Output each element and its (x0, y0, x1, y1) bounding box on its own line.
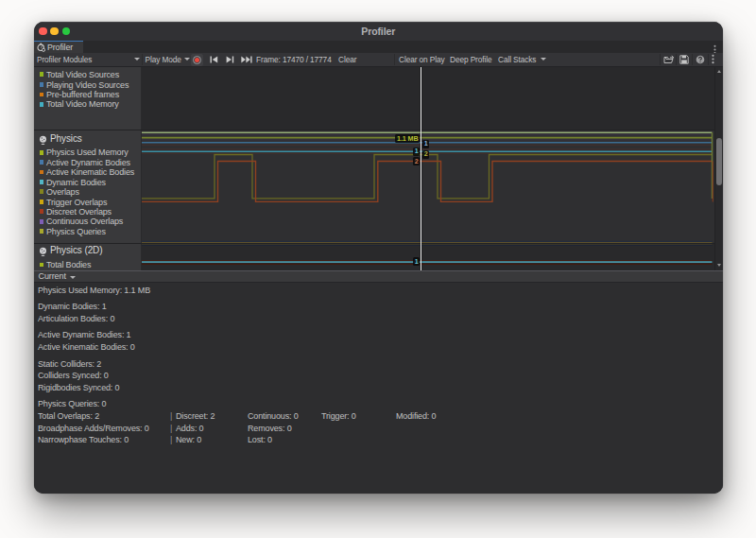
playhead[interactable] (421, 67, 422, 270)
physics-icon (39, 135, 47, 146)
profiler-modules-dropdown[interactable]: Profiler Modules (37, 53, 92, 66)
legend-item-dynamic-bodies[interactable]: Dynamic Bodies (34, 177, 142, 186)
stats-value: Articulation Bodies: 0 (38, 314, 114, 323)
skip-back-icon (210, 56, 218, 63)
legend-swatch (40, 82, 44, 87)
legend-swatch (40, 150, 44, 155)
call-stacks-label: Call Stacks (498, 55, 536, 64)
scrollbar-thumb[interactable] (716, 138, 722, 186)
legend-item-discreet-overlaps[interactable]: Discreet Overlaps (34, 207, 142, 217)
play-mode-label: Play Mode (146, 55, 181, 64)
toolbar: Profiler Modules Play Mode Frame: 17470 … (34, 53, 723, 67)
deep-profile-toggle[interactable]: Deep Profile (450, 53, 491, 66)
toolbar-kebab-icon[interactable] (712, 53, 714, 66)
stats-value: Active Dynamic Bodies: 1 (38, 330, 130, 339)
clear-button[interactable]: Clear (338, 53, 356, 66)
record-icon (193, 56, 201, 64)
legend-item-total-video-memory[interactable]: Total Video Memory (34, 99, 142, 109)
stats-column-separator: | (170, 411, 172, 421)
legend-label: Physics Queries (46, 227, 106, 236)
legend-item-pre-buffered-frames[interactable]: Pre-buffered frames (34, 90, 142, 99)
module-header-label: Physics (2D) (50, 245, 102, 255)
legend-label: Discreet Overlaps (46, 207, 112, 217)
legend-label: Active Dynamic Bodies (46, 158, 130, 167)
module-separator (34, 243, 723, 244)
legend-item-physics-used-memory[interactable]: Physics Used Memory (34, 148, 142, 157)
record-button[interactable] (191, 54, 204, 66)
clear-on-play-toggle[interactable]: Clear on Play (399, 53, 445, 66)
legend-label: Total Video Memory (46, 99, 119, 109)
current-arrow-icon (70, 276, 76, 279)
legend-item-overlaps[interactable]: Overlaps (34, 187, 142, 197)
legend-label: Trigger Overlaps (46, 198, 107, 207)
toolbar-separator (708, 54, 709, 65)
profiler-modules-label: Profiler Modules (37, 55, 92, 64)
save-profile-button[interactable] (679, 53, 689, 66)
profiler-modules-arrow-icon (134, 58, 140, 61)
legend-swatch (40, 72, 44, 77)
play-mode-dropdown[interactable]: Play Mode (146, 53, 191, 66)
stats-value: Rigidbodies Synced: 0 (38, 383, 119, 392)
profiler-window: Profiler Profiler Profiler Modules Play (34, 22, 723, 494)
stats-value: Physics Used Memory: 1.1 MB (38, 286, 150, 295)
profiler-charts[interactable] (142, 67, 715, 270)
legend-item-physics-queries[interactable]: Physics Queries (34, 227, 142, 236)
legend-swatch (40, 180, 44, 184)
stats-value: Active Kinematic Bodies: 0 (38, 342, 135, 352)
legend-swatch (40, 209, 44, 214)
legend-item-active-kinematic-bodies[interactable]: Active Kinematic Bodies (34, 167, 142, 177)
chart-value-label: 2 (413, 157, 420, 165)
legend-item-total-video-sources[interactable]: Total Video Sources (34, 69, 142, 78)
stats-value: Narrowphase Touches: 0 (38, 435, 129, 444)
stats-value: Adds: 0 (176, 424, 203, 433)
call-stacks-dropdown[interactable]: Call Stacks (498, 53, 546, 66)
toolbar-separator (142, 54, 143, 65)
last-frame-button[interactable] (241, 53, 252, 66)
help-button[interactable] (696, 53, 705, 66)
module-separator (34, 130, 723, 130)
physics-icon (39, 247, 47, 257)
scroll-down-icon[interactable] (717, 264, 721, 267)
kebab-dots-icon (712, 54, 714, 64)
stats-value: Continuous: 0 (248, 411, 299, 421)
legend-item-playing-video-sources[interactable]: Playing Video Sources (34, 80, 142, 90)
legend-swatch (40, 263, 44, 268)
legend-item-active-dynamic-bodies[interactable]: Active Dynamic Bodies (34, 157, 142, 166)
legend-swatch (40, 229, 44, 234)
toolbar-separator (676, 54, 677, 65)
legend-item-trigger-overlaps[interactable]: Trigger Overlaps (34, 197, 142, 206)
help-icon (696, 55, 705, 64)
module-header-label: Physics (50, 133, 82, 144)
legend-item-total-bodies[interactable]: Total Bodies (34, 260, 142, 269)
legend-item-continuous-overlaps[interactable]: Continuous Overlaps (34, 217, 142, 226)
legend-swatch (40, 189, 44, 194)
stats-value: Discreet: 2 (176, 411, 215, 421)
stats-value: Colliders Synced: 0 (38, 371, 109, 380)
stats-value: New: 0 (176, 435, 201, 444)
profiler-gauge-icon (37, 43, 45, 52)
series-wave-discreet-overlaps (142, 162, 713, 202)
step-forward-icon (226, 56, 234, 63)
tab-label: Profiler (47, 43, 73, 52)
legend-label: Overlaps (46, 187, 79, 197)
legend-swatch (40, 93, 44, 97)
stats-column-separator: | (170, 424, 172, 433)
save-icon (679, 55, 689, 64)
tab-profiler[interactable]: Profiler (34, 41, 83, 53)
window-title: Profiler (34, 22, 723, 41)
chart-scrollbar[interactable] (714, 67, 723, 270)
first-frame-button[interactable] (210, 53, 218, 66)
chart-area: Total Video SourcesPlaying Video Sources… (34, 67, 723, 270)
current-label: Current (39, 271, 66, 281)
play-mode-arrow-icon (184, 58, 190, 61)
legend-swatch (40, 200, 44, 204)
next-frame-button[interactable] (226, 53, 234, 66)
legend-label: Physics Used Memory (46, 148, 129, 157)
stats-value: Physics Queries: 0 (38, 399, 106, 408)
scroll-up-icon[interactable] (717, 70, 721, 73)
titlebar[interactable]: Profiler (34, 22, 723, 41)
chart-value-label: 2 (422, 150, 429, 159)
current-dropdown-bar[interactable]: Current (34, 270, 723, 284)
legend-swatch (40, 170, 44, 175)
load-profile-button[interactable] (663, 53, 675, 66)
